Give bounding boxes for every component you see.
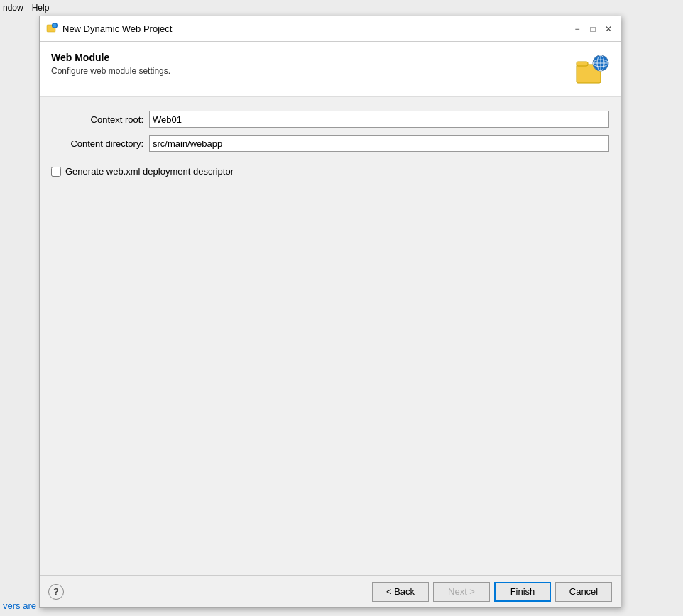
dialog-header: Web Module Configure web module settings… [40,42,621,97]
dialog-form: Context root: Content directory: Generat… [40,97,621,575]
cancel-button[interactable]: Cancel [555,582,612,602]
header-subtitle: Configure web module settings. [51,66,170,76]
title-bar: New Dynamic Web Project − □ ✕ [40,16,621,42]
finish-button[interactable]: Finish [494,582,551,602]
footer-left: ? [48,584,64,600]
title-controls: − □ ✕ [571,23,615,35]
generate-xml-row: Generate web.xml deployment descriptor [51,166,609,177]
content-directory-label: Content directory: [51,138,143,149]
title-bar-left: New Dynamic Web Project [45,23,172,35]
dialog-title: New Dynamic Web Project [62,23,172,34]
dialog-content: Web Module Configure web module settings… [40,42,621,607]
status-text: vers are [3,600,36,611]
dialog-icon [45,23,58,35]
menu-window[interactable]: ndow [3,3,23,13]
help-button[interactable]: ? [48,584,64,600]
back-button[interactable]: < Back [372,582,429,602]
dialog: New Dynamic Web Project − □ ✕ Web Module… [39,16,621,608]
context-root-label: Context root: [51,114,143,125]
generate-xml-checkbox[interactable] [51,167,61,177]
next-button[interactable]: Next > [433,582,490,602]
generate-xml-label[interactable]: Generate web.xml deployment descriptor [65,166,234,177]
form-spacer [51,184,609,561]
header-icon [575,52,609,86]
context-root-input[interactable] [149,111,609,128]
menu-bar: ndow Help [0,0,683,16]
footer-right: < Back Next > Finish Cancel [372,582,612,602]
content-directory-input[interactable] [149,135,609,152]
close-button[interactable]: ✕ [602,23,615,35]
header-text: Web Module Configure web module settings… [51,52,170,76]
minimize-button[interactable]: − [571,23,584,35]
svg-rect-6 [577,62,588,66]
menu-help[interactable]: Help [32,3,50,13]
header-title: Web Module [51,52,170,63]
context-root-row: Context root: [51,111,609,128]
content-directory-row: Content directory: [51,135,609,152]
maximize-button[interactable]: □ [586,23,599,35]
dialog-footer: ? < Back Next > Finish Cancel [40,575,621,607]
